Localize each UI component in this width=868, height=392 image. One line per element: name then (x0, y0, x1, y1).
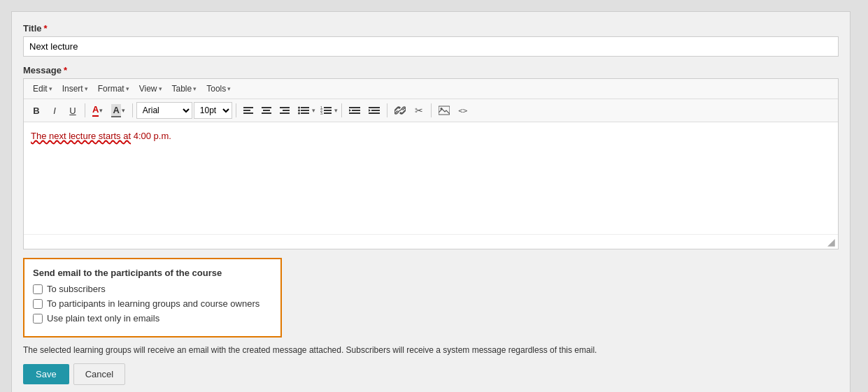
svg-rect-27 (369, 112, 380, 114)
source-button[interactable]: <> (455, 102, 471, 119)
svg-marker-24 (349, 109, 351, 112)
svg-marker-28 (369, 109, 371, 112)
svg-rect-2 (243, 112, 253, 114)
menu-table[interactable]: Table ▾ (167, 82, 202, 96)
separator-1 (85, 103, 85, 117)
email-section-title: Send email to the participants of the co… (33, 268, 272, 278)
svg-line-29 (398, 109, 402, 112)
separator-3 (236, 103, 236, 117)
svg-rect-8 (280, 112, 290, 114)
italic-button[interactable]: I (46, 102, 63, 119)
font-color-button[interactable]: A ▾ (89, 102, 106, 119)
menu-view[interactable]: View ▾ (134, 82, 167, 96)
svg-rect-25 (369, 107, 380, 108)
svg-rect-10 (301, 107, 309, 108)
svg-point-11 (298, 110, 300, 112)
unlink-button[interactable]: ✂ (411, 102, 427, 119)
font-family-select[interactable]: Arial (136, 102, 192, 119)
svg-rect-12 (301, 110, 309, 111)
separator-5 (387, 103, 387, 117)
svg-rect-21 (349, 107, 360, 108)
title-input[interactable] (23, 36, 839, 57)
plaintext-label[interactable]: Use plain text only in emails (47, 313, 159, 324)
participants-label[interactable]: To participants in learning groups and c… (47, 298, 259, 309)
editor-menubar: Edit ▾ Insert ▾ Format ▾ View ▾ Table ▾ … (24, 79, 838, 99)
svg-rect-1 (243, 110, 250, 111)
underline-button[interactable]: U (64, 102, 81, 119)
svg-rect-6 (280, 107, 290, 108)
svg-rect-0 (243, 107, 253, 108)
outdent-button[interactable] (346, 102, 364, 119)
svg-rect-20 (324, 112, 332, 114)
menu-format[interactable]: Format ▾ (93, 82, 134, 96)
ordered-list-button[interactable]: 1. 2. 3. (317, 102, 335, 119)
checkbox-row-subscribers: To subscribers (33, 284, 272, 294)
plaintext-checkbox[interactable] (33, 314, 43, 324)
indent-button[interactable] (365, 102, 383, 119)
message-label: Message * (23, 65, 839, 75)
form-container: Title * Message * Edit ▾ Insert ▾ Format… (11, 11, 851, 392)
checkbox-row-participants: To participants in learning groups and c… (33, 298, 272, 309)
align-left-button[interactable] (240, 102, 257, 119)
subscribers-checkbox[interactable] (33, 284, 43, 294)
subscribers-label[interactable]: To subscribers (47, 284, 106, 294)
svg-rect-18 (324, 110, 332, 111)
editor-wrapper: Edit ▾ Insert ▾ Format ▾ View ▾ Table ▾ … (23, 78, 839, 249)
separator-4 (341, 103, 342, 117)
separator-2 (132, 103, 133, 117)
svg-rect-23 (349, 112, 360, 114)
svg-rect-14 (301, 112, 309, 114)
align-right-button[interactable] (276, 102, 293, 119)
button-row: Save Cancel (23, 363, 839, 385)
save-button[interactable]: Save (23, 364, 69, 384)
svg-rect-22 (352, 110, 360, 111)
font-size-select[interactable]: 10pt (194, 102, 232, 119)
title-label: Title * (23, 23, 839, 34)
info-text: The selected learning groups will receiv… (23, 344, 653, 356)
editor-resize-handle[interactable]: ◢ (24, 234, 838, 249)
editor-toolbar: B I U A ▾ A ▾ Arial 10pt (24, 99, 838, 122)
participants-checkbox[interactable] (33, 299, 43, 309)
align-center-button[interactable] (258, 102, 275, 119)
menu-tools[interactable]: Tools ▾ (201, 82, 236, 96)
svg-rect-26 (371, 110, 380, 111)
bold-button[interactable]: B (28, 102, 45, 119)
ordered-list-dropdown[interactable]: ▾ (334, 107, 338, 114)
menu-insert[interactable]: Insert ▾ (57, 82, 93, 96)
svg-point-13 (298, 112, 300, 115)
checkbox-row-plaintext: Use plain text only in emails (33, 313, 272, 324)
separator-6 (431, 103, 432, 117)
editor-content[interactable]: The next lecture starts at 4:00 p.m. (24, 122, 838, 234)
cancel-button[interactable]: Cancel (73, 363, 125, 385)
svg-rect-5 (262, 112, 271, 114)
svg-rect-4 (263, 110, 270, 111)
link-button[interactable] (391, 102, 409, 119)
unordered-list-dropdown[interactable]: ▾ (312, 107, 315, 114)
unordered-list-button[interactable] (294, 102, 313, 119)
svg-rect-16 (324, 107, 332, 108)
email-section: Send email to the participants of the co… (23, 258, 282, 337)
svg-rect-3 (262, 107, 271, 108)
image-button[interactable] (435, 102, 453, 119)
menu-edit[interactable]: Edit ▾ (28, 82, 57, 96)
bg-color-button[interactable]: A ▾ (108, 102, 128, 119)
svg-rect-7 (283, 110, 290, 111)
svg-point-9 (298, 107, 300, 109)
svg-text:3.: 3. (320, 111, 323, 115)
